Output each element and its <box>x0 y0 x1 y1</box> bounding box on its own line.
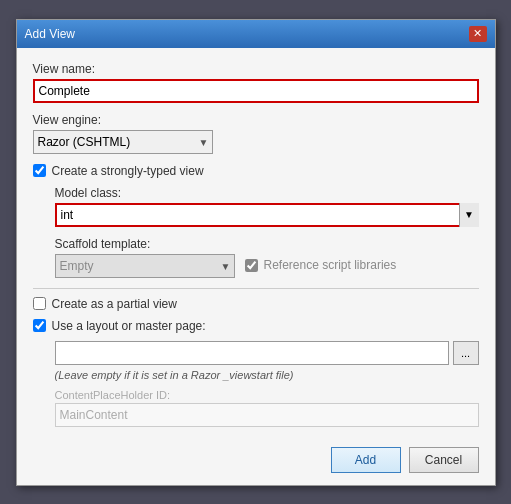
dialog-title: Add View <box>25 27 75 41</box>
partial-view-label[interactable]: Create as a partial view <box>52 297 177 311</box>
scaffold-template-group: Scaffold template: Empty Create Delete D… <box>55 237 479 278</box>
model-class-input-wrapper: ▼ <box>55 203 479 227</box>
strongly-typed-label[interactable]: Create a strongly-typed view <box>52 164 204 178</box>
content-placeholder-label: ContentPlaceHolder ID: <box>55 389 479 401</box>
add-button[interactable]: Add <box>331 447 401 473</box>
view-engine-group: View engine: Razor (CSHTML) ASPX ▼ <box>33 113 479 154</box>
button-row: Add Cancel <box>17 439 495 485</box>
title-bar: Add View ✕ <box>17 20 495 48</box>
partial-view-checkbox[interactable] <box>33 297 46 310</box>
model-class-dropdown-button[interactable]: ▼ <box>459 203 479 227</box>
reference-scripts-label[interactable]: Reference script libraries <box>264 258 397 272</box>
browse-button[interactable]: ... <box>453 341 479 365</box>
scaffold-select-wrapper: Empty Create Delete Details Edit List ▼ <box>55 254 235 278</box>
cancel-button[interactable]: Cancel <box>409 447 479 473</box>
view-engine-select[interactable]: Razor (CSHTML) ASPX <box>33 130 213 154</box>
view-name-label: View name: <box>33 62 479 76</box>
view-engine-label: View engine: <box>33 113 479 127</box>
content-placeholder-input[interactable] <box>55 403 479 427</box>
partial-view-row: Create as a partial view <box>33 297 479 311</box>
scaffold-template-label: Scaffold template: <box>55 237 235 251</box>
divider-1 <box>33 288 479 289</box>
view-name-group: View name: <box>33 62 479 103</box>
strongly-typed-row: Create a strongly-typed view <box>33 164 479 178</box>
model-class-label: Model class: <box>55 186 479 200</box>
reference-scripts-checkbox[interactable] <box>245 259 258 272</box>
use-layout-checkbox[interactable] <box>33 319 46 332</box>
layout-hint-text: (Leave empty if it is set in a Razor _vi… <box>55 369 479 381</box>
layout-input-row: ... <box>55 341 479 365</box>
use-layout-label[interactable]: Use a layout or master page: <box>52 319 206 333</box>
dialog-body: View name: View engine: Razor (CSHTML) A… <box>17 48 495 439</box>
layout-path-input[interactable] <box>55 341 449 365</box>
model-class-group: Model class: ▼ <box>55 186 479 227</box>
strongly-typed-checkbox[interactable] <box>33 164 46 177</box>
add-view-dialog: Add View ✕ View name: View engine: Razor… <box>16 19 496 486</box>
typed-view-section: Model class: ▼ Scaffold template: Empty … <box>55 186 479 278</box>
scaffold-template-select[interactable]: Empty Create Delete Details Edit List <box>55 254 235 278</box>
model-class-input[interactable] <box>55 203 479 227</box>
use-layout-row: Use a layout or master page: <box>33 319 479 333</box>
reference-scripts-group: Reference script libraries <box>245 258 397 272</box>
close-button[interactable]: ✕ <box>469 26 487 42</box>
view-name-input[interactable] <box>33 79 479 103</box>
view-engine-select-wrapper: Razor (CSHTML) ASPX ▼ <box>33 130 213 154</box>
layout-section: ... (Leave empty if it is set in a Razor… <box>55 341 479 427</box>
